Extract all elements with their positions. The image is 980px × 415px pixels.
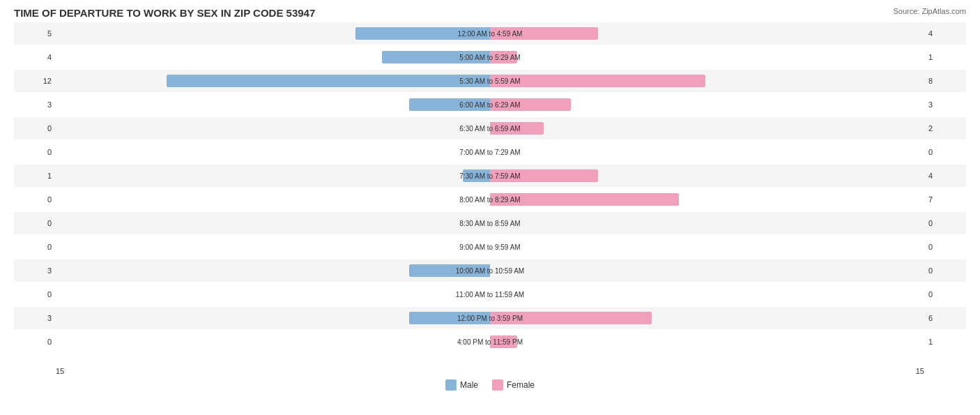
bars-area: 9:00 AM to 9:59 AM [56,236,924,258]
female-value-label: 0 [924,148,966,156]
male-value-label: 0 [14,124,56,133]
bars-area: 5:00 AM to 5:29 AM [56,46,924,68]
female-bar-wrap [490,75,894,87]
female-bar [490,169,598,182]
axis-right-label: 15 [916,367,924,375]
male-value-label: 0 [14,290,56,299]
chart-row: 312:00 PM to 3:59 PM6 [14,307,966,329]
legend-male-label: Male [460,380,478,390]
chart-row: 08:00 AM to 8:29 AM7 [14,188,966,211]
male-bar-wrap [86,146,490,158]
female-bar [490,98,571,111]
male-bar-wrap [86,98,490,111]
legend: Male Female [14,379,966,391]
bars-area: 7:00 AM to 7:29 AM [56,141,924,163]
female-value-label: 7 [924,195,966,204]
male-value-label: 4 [14,53,56,61]
chart-row: 011:00 AM to 11:59 AM0 [14,283,966,305]
female-value-label: 6 [924,314,966,322]
female-bar-wrap [490,264,894,277]
male-bar [355,27,490,40]
male-bar [167,75,490,87]
male-value-label: 0 [14,148,56,156]
bars-area: 8:00 AM to 8:29 AM [56,188,924,211]
bars-area: 7:30 AM to 7:59 AM [56,165,924,187]
chart-row: 04:00 PM to 11:59 PM1 [14,331,966,353]
axis-left-label: 15 [56,367,64,375]
male-bar [463,169,490,182]
female-bar-wrap [490,169,894,182]
female-value-label: 0 [924,266,966,275]
female-value-label: 0 [924,290,966,299]
female-value-label: 8 [924,77,966,85]
male-value-label: 0 [14,219,56,227]
chart-row: 45:00 AM to 5:29 AM1 [14,46,966,68]
chart-area: 512:00 AM to 4:59 AM445:00 AM to 5:29 AM… [14,22,966,364]
female-value-label: 4 [924,29,966,38]
male-bar-wrap [86,217,490,229]
bars-area: 4:00 PM to 11:59 PM [56,331,924,353]
legend-male-box [445,379,457,391]
female-value-label: 3 [924,100,966,109]
female-bar-wrap [490,335,894,348]
chart-row: 125:30 AM to 5:59 AM8 [14,70,966,92]
legend-female-label: Female [507,380,535,390]
female-bar-wrap [490,51,894,63]
male-value-label: 0 [14,243,56,251]
female-bar [490,312,652,324]
chart-title: TIME OF DEPARTURE TO WORK BY SEX IN ZIP … [14,7,966,19]
female-bar [490,122,544,135]
female-bar-wrap [490,27,894,40]
female-bar [490,335,517,348]
male-value-label: 3 [14,266,56,275]
female-value-label: 0 [924,243,966,251]
female-bar-wrap [490,241,894,253]
chart-row: 07:00 AM to 7:29 AM0 [14,141,966,163]
male-value-label: 3 [14,100,56,109]
female-bar [490,193,679,206]
female-bar-wrap [490,146,894,158]
female-bar [490,51,517,63]
male-bar-wrap [86,51,490,63]
female-value-label: 2 [924,124,966,133]
female-value-label: 4 [924,172,966,180]
bars-area: 10:00 AM to 10:59 AM [56,259,924,282]
male-bar-wrap [86,122,490,135]
chart-row: 36:00 AM to 6:29 AM3 [14,93,966,116]
bars-area: 8:30 AM to 8:59 AM [56,212,924,234]
female-bar-wrap [490,312,894,324]
chart-row: 310:00 AM to 10:59 AM0 [14,259,966,282]
chart-row: 09:00 AM to 9:59 AM0 [14,236,966,258]
bars-area: 12:00 AM to 4:59 AM [56,22,924,45]
male-bar-wrap [86,169,490,182]
bars-area: 6:30 AM to 6:59 AM [56,117,924,139]
female-bar-wrap [490,122,894,135]
male-bar-wrap [86,288,490,301]
female-bar [490,75,705,87]
male-bar [409,264,490,277]
female-bar-wrap [490,98,894,111]
chart-container: TIME OF DEPARTURE TO WORK BY SEX IN ZIP … [0,0,980,415]
male-bar-wrap [86,193,490,206]
chart-row: 08:30 AM to 8:59 AM0 [14,212,966,234]
male-value-label: 0 [14,195,56,204]
male-bar-wrap [86,241,490,253]
male-value-label: 1 [14,172,56,180]
female-value-label: 0 [924,219,966,227]
legend-female: Female [492,379,535,391]
male-value-label: 0 [14,338,56,346]
male-bar-wrap [86,27,490,40]
male-bar-wrap [86,75,490,87]
female-bar-wrap [490,217,894,229]
female-bar-wrap [490,193,894,206]
male-value-label: 3 [14,314,56,322]
male-bar-wrap [86,312,490,324]
chart-row: 06:30 AM to 6:59 AM2 [14,117,966,139]
legend-male: Male [445,379,478,391]
bars-area: 12:00 PM to 3:59 PM [56,307,924,329]
male-bar [409,312,490,324]
female-bar [490,27,598,40]
bars-area: 5:30 AM to 5:59 AM [56,70,924,92]
male-bar [382,51,490,63]
bars-area: 11:00 AM to 11:59 AM [56,283,924,305]
